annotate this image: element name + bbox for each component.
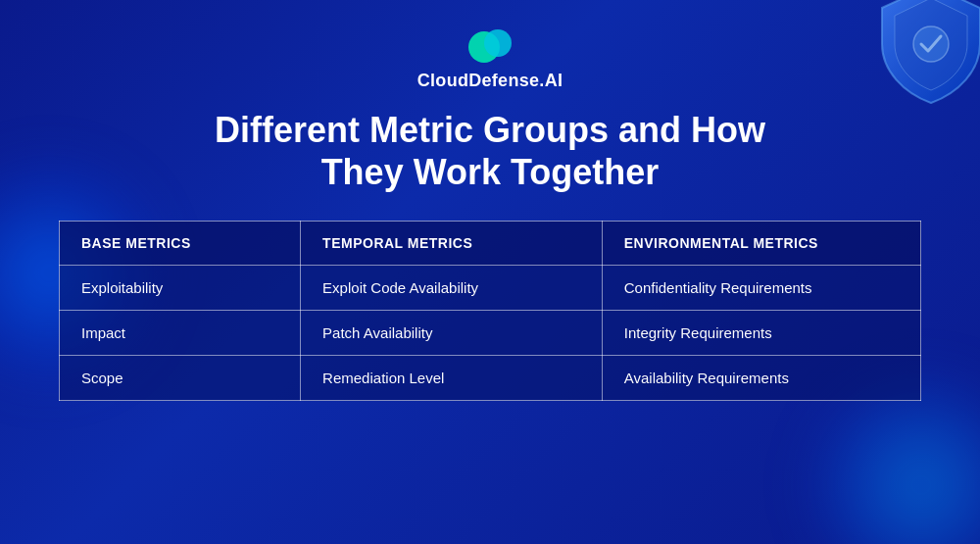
table-header: BASE METRICS TEMPORAL METRICS ENVIRONMEN…: [60, 222, 921, 266]
header-environmental: ENVIRONMENTAL METRICS: [602, 222, 920, 266]
cell-base-1: Exploitability: [60, 266, 301, 311]
page-content: CloudDefense.AI Different Metric Groups …: [0, 0, 980, 544]
cell-base-3: Scope: [60, 356, 301, 401]
table-body: Exploitability Exploit Code Availability…: [60, 266, 921, 401]
cell-temporal-1: Exploit Code Availability: [301, 266, 603, 311]
cell-temporal-3: Remediation Level: [301, 356, 603, 401]
main-heading: Different Metric Groups and How They Wor…: [215, 109, 765, 193]
table-row: Impact Patch Availability Integrity Requ…: [60, 311, 921, 356]
cell-env-1: Confidentiality Requirements: [602, 266, 920, 311]
cell-temporal-2: Patch Availability: [301, 311, 603, 356]
metrics-table: BASE METRICS TEMPORAL METRICS ENVIRONMEN…: [59, 221, 921, 401]
table-row: Exploitability Exploit Code Availability…: [60, 266, 921, 311]
cell-base-2: Impact: [60, 311, 301, 356]
header-row: BASE METRICS TEMPORAL METRICS ENVIRONMEN…: [60, 222, 921, 266]
brand-name: CloudDefense.AI: [417, 71, 564, 91]
header-base: BASE METRICS: [60, 222, 301, 266]
svg-point-2: [484, 29, 512, 57]
table-row: Scope Remediation Level Availability Req…: [60, 356, 921, 401]
header-temporal: TEMPORAL METRICS: [301, 222, 603, 266]
logo-area: CloudDefense.AI: [417, 27, 564, 91]
cell-env-3: Availability Requirements: [602, 356, 920, 401]
logo-icon-svg: [465, 27, 515, 65]
cell-env-2: Integrity Requirements: [602, 311, 920, 356]
